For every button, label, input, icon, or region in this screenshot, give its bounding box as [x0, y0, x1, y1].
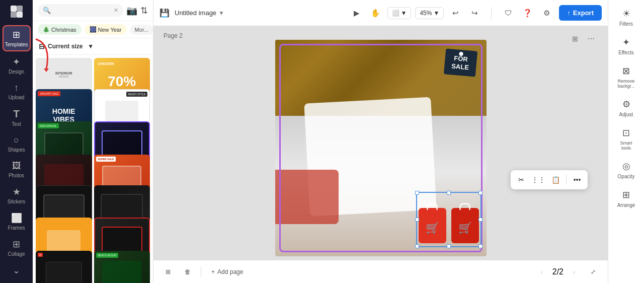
crop-button[interactable]: ✂ — [514, 172, 529, 187]
right-panel-adjust[interactable]: ⚙ Adjust — [611, 95, 641, 121]
resize-handle-ml[interactable] — [415, 218, 419, 222]
right-panel-smart-tools[interactable]: ⊡ Smart tools — [611, 123, 641, 155]
resize-handle-br[interactable] — [478, 244, 482, 248]
svg-rect-1 — [17, 6, 23, 12]
search-input[interactable]: icon design — [53, 7, 111, 14]
more-options-button[interactable]: ••• — [570, 172, 585, 187]
right-panel-opacity[interactable]: ◎ Opacity — [611, 157, 641, 183]
sidebar-item-label: Collage — [8, 251, 25, 257]
right-panel-label: Filters — [619, 21, 633, 27]
sidebar-item-shapes[interactable]: ○ Shapes — [3, 132, 31, 156]
tag-newyear[interactable]: 🎆 New Year — [85, 24, 127, 35]
filter-label: Current size — [48, 43, 83, 50]
design-icon: ✦ — [13, 56, 20, 67]
context-toolbar: ✂ ⋮⋮ 📋 ••• — [511, 170, 588, 189]
document-title: Untitled image ▼ — [175, 9, 224, 17]
replace-button[interactable]: ⋮⋮ — [531, 172, 546, 187]
help-button[interactable]: ❓ — [520, 6, 535, 21]
main-area: 💾 Untitled image ▼ ▶ ✋ ⬜ ▼ 45% ▼ ↩ ↪ 🛡 ❓… — [153, 0, 608, 283]
layout-icon: ⬜ — [392, 10, 399, 17]
fullscreen-button[interactable]: ⤢ — [587, 266, 600, 277]
canvas-frame[interactable]: FORSALE 🛒 🛒 — [275, 40, 487, 256]
canvas-container[interactable]: Page 2 ⊞ ⋯ FORSALE — [153, 26, 608, 260]
hand-tool-button[interactable]: ✋ — [368, 6, 383, 21]
current-size-filter[interactable]: ⊟ Current size ▼ — [33, 38, 153, 55]
title-chevron-icon[interactable]: ▼ — [218, 10, 224, 17]
right-panel-arrange[interactable]: ⊞ Arrange — [611, 185, 641, 212]
layout-button[interactable]: ⬜ ▼ — [387, 7, 412, 19]
right-panel-remove-bg[interactable]: ⊠ Remove backgr... — [611, 61, 641, 93]
layout-chevron-icon: ▼ — [401, 10, 407, 17]
resize-handle-tl[interactable] — [415, 191, 419, 195]
resize-handle-bl[interactable] — [415, 244, 419, 248]
right-panel-label: Adjust — [619, 112, 633, 117]
sidebar-item-label: Upload — [9, 95, 25, 100]
templates-icon: ⊞ — [13, 29, 20, 40]
delete-page-button[interactable]: 🗑 — [181, 266, 195, 277]
sidebar-item-text[interactable]: T Text — [3, 105, 31, 130]
sidebar-item-design[interactable]: ✦ Design — [3, 53, 31, 78]
templates-grid: INTERIOR DESIGN JANUARY 2024 CHICKEN 70%… — [33, 55, 153, 283]
resize-handle-bm[interactable] — [447, 244, 451, 248]
add-page-label: Add page — [217, 268, 243, 275]
sort-icon[interactable]: ⇅ — [140, 5, 148, 16]
add-page-button[interactable]: + Add page — [207, 266, 247, 277]
title-text: Untitled image — [175, 9, 216, 17]
right-panel-effects[interactable]: ✦ Effects — [611, 33, 641, 59]
resize-handle-mr[interactable] — [478, 218, 482, 222]
text-icon: T — [13, 108, 19, 120]
topbar: 💾 Untitled image ▼ ▶ ✋ ⬜ ▼ 45% ▼ ↩ ↪ 🛡 ❓… — [153, 0, 608, 26]
camera-icon[interactable]: 📷 — [126, 5, 137, 16]
sidebar-item-more[interactable]: ⌄ — [3, 262, 31, 279]
topbar-tools: ▶ ✋ ⬜ ▼ 45% ▼ ↩ ↪ — [349, 6, 482, 21]
christmas-emoji: 🎄 — [43, 26, 50, 33]
shield-icon-button[interactable]: 🛡 — [501, 6, 516, 21]
filter-icon: ⊟ — [39, 42, 45, 50]
page-more-button[interactable]: ⋯ — [585, 32, 598, 45]
template-item[interactable]: ⊟ CLICK HERE — [36, 251, 92, 283]
zoom-value: 45% — [420, 10, 432, 17]
svg-rect-3 — [17, 12, 23, 18]
prev-page-button[interactable]: ‹ — [535, 265, 548, 278]
clear-search-icon[interactable]: ✕ — [114, 7, 118, 14]
select-tool-button[interactable]: ▶ — [349, 6, 364, 21]
page-icon-action[interactable]: ⊞ — [162, 266, 175, 277]
redo-button[interactable]: ↪ — [467, 6, 482, 21]
page-label-text: Page 2 — [164, 32, 183, 39]
effects-icon: ✦ — [622, 37, 630, 48]
app-logo — [8, 4, 26, 19]
sidebar-item-collage[interactable]: ⊞ Collage — [3, 236, 31, 260]
filter-chevron-icon: ▼ — [88, 43, 94, 50]
settings-button[interactable]: ⚙ — [539, 6, 554, 21]
zoom-control[interactable]: 45% ▼ — [415, 7, 444, 19]
sidebar-item-templates[interactable]: ⊞ Templates — [3, 25, 31, 51]
tag-more[interactable]: Mor... — [130, 25, 153, 35]
sidebar-item-stickers[interactable]: ★ Stickers — [3, 183, 31, 207]
chevron-down-icon: ⌄ — [13, 265, 20, 276]
save-icon: 💾 — [159, 8, 170, 18]
sidebar-item-photos[interactable]: 🖼 Photos — [3, 158, 31, 181]
tag-label: New Year — [98, 27, 122, 33]
tag-christmas[interactable]: 🎄 Christmas — [38, 24, 82, 35]
for-sale-tag[interactable]: FORSALE — [444, 48, 477, 77]
copy-button[interactable]: 📋 — [548, 172, 563, 187]
sidebar-item-frames[interactable]: ⬜ Frames — [3, 209, 31, 234]
next-page-button[interactable]: › — [568, 265, 581, 278]
fullscreen-icon: ⤢ — [591, 268, 596, 275]
search-box[interactable]: 🔍 icon design ✕ — [38, 4, 123, 17]
resize-handle-tr[interactable] — [478, 191, 482, 195]
template-item[interactable]: NEW FLAVOUR — [94, 251, 150, 283]
resize-handle-tm[interactable] — [447, 191, 451, 195]
right-panel: ☀ Filters ✦ Effects ⊠ Remove backgr... ⚙… — [608, 0, 644, 283]
export-button[interactable]: ↑ Export — [559, 5, 602, 21]
adjust-icon: ⚙ — [622, 99, 630, 110]
divider — [201, 267, 201, 277]
filters-icon: ☀ — [622, 8, 630, 19]
photos-icon: 🖼 — [12, 161, 21, 171]
right-panel-filters[interactable]: ☀ Filters — [611, 4, 641, 31]
sidebar-item-upload[interactable]: ↑ Upload — [3, 80, 31, 103]
shopping-bag-group[interactable]: 🛒 🛒 — [416, 192, 481, 247]
page-icon-button[interactable]: ⊞ — [569, 32, 582, 45]
undo-button[interactable]: ↩ — [448, 6, 463, 21]
trash-icon: 🗑 — [185, 268, 191, 275]
